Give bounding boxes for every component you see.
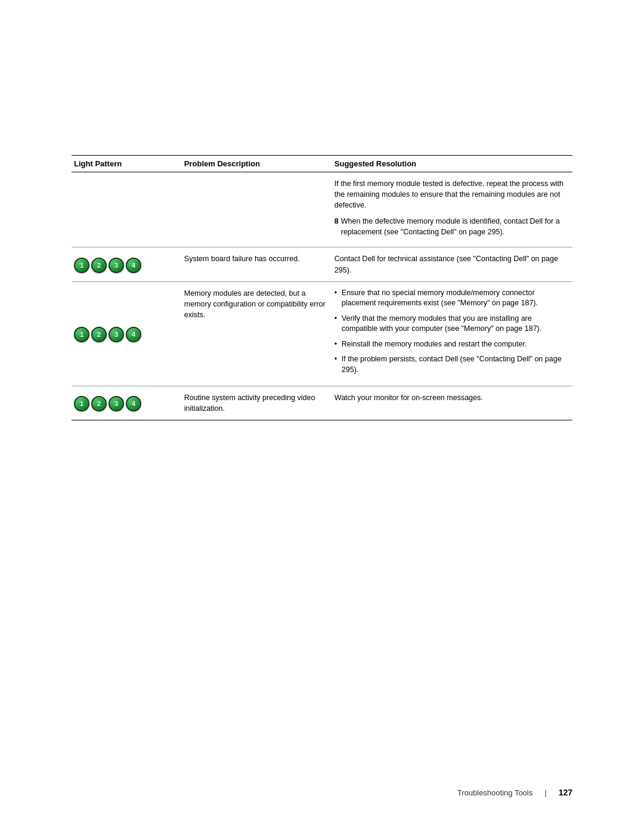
header-suggested-resolution: Suggested Resolution: [332, 156, 572, 172]
solution-cell: If the first memory module tested is def…: [332, 172, 572, 247]
light-pattern-cell: 1 2 3 4: [72, 386, 182, 420]
table-row: If the first memory module tested is def…: [72, 172, 572, 247]
light-icon-2: 2: [91, 396, 107, 411]
solution-text: Contact Dell for technical assistance (s…: [335, 253, 568, 275]
bullet-list: Ensure that no special memory module/mem…: [335, 288, 568, 376]
problem-cell: Routine system activity preceding video …: [182, 386, 332, 420]
diagnostic-table: Light Pattern Problem Description Sugges…: [72, 155, 572, 420]
light-icon-4: 4: [126, 258, 141, 273]
list-item: If the problem persists, contact Dell (s…: [335, 354, 568, 375]
list-item: Verify that the memory modules that you …: [335, 314, 568, 335]
solution-text: Watch your monitor for on-screen message…: [335, 392, 568, 403]
light-icon-3: 3: [109, 258, 124, 273]
list-item: Reinstall the memory modules and restart…: [335, 339, 568, 350]
page-footer: Troubleshooting Tools | 127: [457, 788, 572, 797]
table-row: 1 2 3 4 System board failure has occurre…: [72, 247, 572, 281]
light-pattern-cell: 1 2 3 4: [72, 281, 182, 386]
problem-cell: Memory modules are detected, but a memor…: [182, 281, 332, 386]
solution-cell: Ensure that no special memory module/mem…: [332, 281, 572, 386]
solution-cell: Contact Dell for technical assistance (s…: [332, 247, 572, 281]
continuation-para-1: If the first memory module tested is def…: [335, 178, 568, 210]
light-icon-4: 4: [126, 396, 141, 411]
light-icons-group: 1 2 3 4: [74, 327, 177, 342]
light-icon-3: 3: [109, 327, 124, 342]
footer-page-number: 127: [559, 788, 572, 797]
table-header-row: Light Pattern Problem Description Sugges…: [72, 156, 572, 172]
solution-cell: Watch your monitor for on-screen message…: [332, 386, 572, 420]
light-icon-2: 2: [91, 258, 107, 273]
problem-text: Memory modules are detected, but a memor…: [184, 288, 327, 320]
footer-label: Troubleshooting Tools: [457, 788, 532, 797]
light-icon-1: 1: [74, 258, 89, 273]
table-row: 1 2 3 4 Memory modules are detected, but…: [72, 281, 572, 386]
problem-text: System board failure has occurred.: [184, 253, 327, 264]
problem-text: Routine system activity preceding video …: [184, 392, 327, 414]
light-icon-3: 3: [109, 396, 124, 411]
numbered-item-8: 8 When the defective memory module is id…: [335, 216, 568, 237]
light-icon-1: 1: [74, 396, 89, 411]
list-item: Ensure that no special memory module/mem…: [335, 288, 568, 309]
header-problem-description: Problem Description: [182, 156, 332, 172]
light-pattern-cell: [72, 172, 182, 247]
problem-cell: System board failure has occurred.: [182, 247, 332, 281]
light-icon-2: 2: [91, 327, 107, 342]
page-container: Light Pattern Problem Description Sugges…: [0, 0, 644, 833]
problem-cell: [182, 172, 332, 247]
header-light-pattern: Light Pattern: [72, 156, 182, 172]
table-row: 1 2 3 4 Routine system activity precedin…: [72, 386, 572, 420]
footer-separator: |: [544, 788, 546, 797]
light-icons-group: 1 2 3 4: [74, 258, 177, 273]
light-icons-group: 1 2 3 4: [74, 396, 177, 411]
light-icon-4: 4: [126, 327, 141, 342]
table-wrapper: Light Pattern Problem Description Sugges…: [72, 155, 572, 420]
light-icon-1: 1: [74, 327, 89, 342]
light-pattern-cell: 1 2 3 4: [72, 247, 182, 281]
